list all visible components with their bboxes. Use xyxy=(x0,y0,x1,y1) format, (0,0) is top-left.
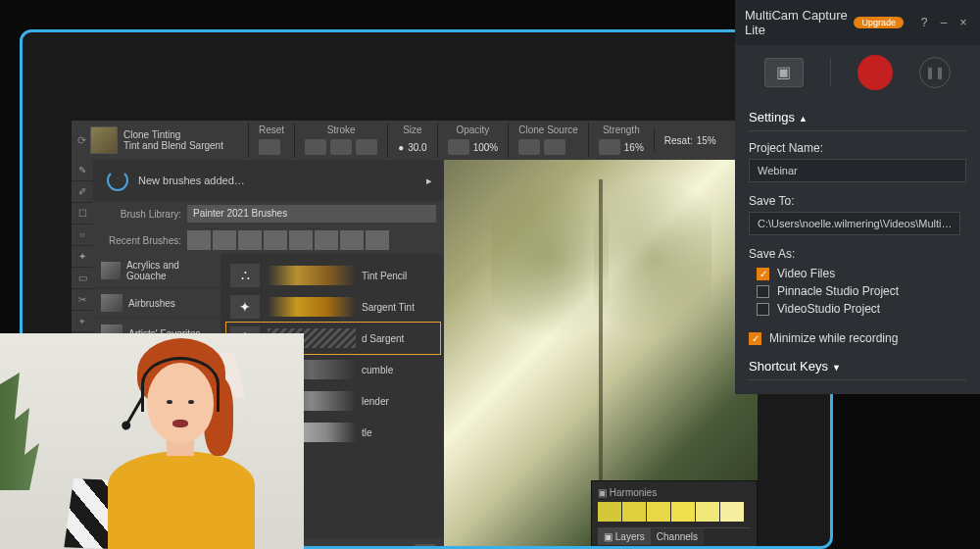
tab-channels[interactable]: Channels xyxy=(651,528,704,545)
stroke-icon-2[interactable] xyxy=(330,139,352,155)
save-as-label: Save As: xyxy=(749,247,966,261)
cat-thumb-icon xyxy=(101,294,122,312)
recent-brush-thumb[interactable] xyxy=(366,230,389,250)
recent-label: Recent Brushes: xyxy=(103,235,181,246)
resat-label: Resat: xyxy=(664,135,693,146)
recent-brush-thumb[interactable] xyxy=(238,230,262,250)
recent-brush-thumb[interactable] xyxy=(187,230,211,250)
project-name-label: Project Name: xyxy=(749,141,966,155)
tab-layers[interactable]: ▣ Layers xyxy=(598,528,651,545)
strength-value[interactable]: 16% xyxy=(624,142,644,153)
save-opt-videostudio[interactable]: VideoStudio Project xyxy=(749,300,966,318)
shortcut-keys-header[interactable]: Shortcut Keys▼ xyxy=(749,359,966,374)
save-opt-video[interactable]: ✓Video Files xyxy=(749,265,966,282)
tool-crop-icon[interactable]: ✂ xyxy=(72,289,93,311)
spinner-icon xyxy=(107,170,128,191)
multicam-panel: MultiCam Capture Lite Upgrade ? – × ▣ ❚❚… xyxy=(735,0,980,394)
save-opt-pinnacle[interactable]: Pinnacle Studio Project xyxy=(749,282,966,300)
brush-lib-select[interactable]: Painter 2021 Brushes xyxy=(187,205,436,223)
strength-label: Strength xyxy=(599,125,644,135)
color-swatch[interactable] xyxy=(671,502,695,522)
tool-dropper-icon[interactable]: ✎ xyxy=(72,160,93,181)
stroke-label: Stroke xyxy=(305,125,377,135)
cat-thumb-icon xyxy=(101,262,121,279)
tool-doc-icon[interactable]: ▭ xyxy=(72,268,93,289)
stroke-preview xyxy=(268,297,356,317)
project-name-input[interactable]: Webinar xyxy=(749,159,966,182)
pause-button[interactable]: ❚❚ xyxy=(919,57,951,88)
camera-icon[interactable]: ▣ xyxy=(764,58,804,87)
mic-icon xyxy=(124,396,144,427)
brush-item[interactable]: ✦Sargent Tint xyxy=(226,291,440,323)
painter-topbar: ⟳ Clone Tinting Tint and Blend Sargent R… xyxy=(72,121,758,160)
checkbox-checked-icon: ✓ xyxy=(749,332,761,345)
mcc-titlebar[interactable]: MultiCam Capture Lite Upgrade ? – × xyxy=(735,0,980,45)
tool-brush-icon[interactable]: ✐ xyxy=(72,181,93,203)
minimize-while-recording[interactable]: ✓Minimize while recording xyxy=(749,329,966,347)
recent-brush-thumb[interactable] xyxy=(213,230,236,250)
divider xyxy=(830,58,831,87)
brush-selector[interactable]: ⟳ Clone Tinting Tint and Blend Sargent xyxy=(72,126,248,154)
recent-brush-thumb[interactable] xyxy=(340,230,364,250)
tool-nav-icon[interactable]: ⌖ xyxy=(72,311,93,332)
record-button[interactable] xyxy=(858,55,893,90)
brush-category: Clone Tinting xyxy=(123,129,223,140)
brush-swatch-icon: ✦ xyxy=(230,295,260,319)
save-to-label: Save To: xyxy=(749,194,966,208)
plant-decor xyxy=(0,373,49,490)
brush-name: Tint and Blend Sargent xyxy=(123,140,223,151)
harmonies-header[interactable]: ▣ Harmonies xyxy=(598,487,751,498)
palette-dock: ▣ Harmonies ▣ Layers Channels xyxy=(591,480,758,549)
swatch-row xyxy=(598,502,751,522)
color-swatch[interactable] xyxy=(622,502,646,522)
opacity-label: Opacity xyxy=(448,125,499,135)
settings-header[interactable]: Settings▲ xyxy=(749,110,966,125)
new-brushes-text: New brushes added… xyxy=(138,175,426,186)
brush-cat-item[interactable]: Acrylics and Gouache xyxy=(93,254,220,288)
stroke-icon-1[interactable] xyxy=(305,139,326,155)
headset-icon xyxy=(141,357,220,412)
tool-select-icon[interactable]: ☐ xyxy=(72,203,93,225)
size-value[interactable]: 30.0 xyxy=(408,142,426,153)
compat-icon[interactable] xyxy=(415,544,436,549)
opacity-value[interactable]: 100% xyxy=(473,142,499,153)
size-label: Size xyxy=(398,125,427,135)
color-swatch[interactable] xyxy=(598,502,621,522)
clone-icon-2[interactable] xyxy=(544,139,565,155)
minimize-icon[interactable]: – xyxy=(937,16,951,29)
brush-thumb-icon xyxy=(90,126,118,154)
reset-label: Reset xyxy=(259,125,284,135)
checkbox-checked-icon: ✓ xyxy=(757,268,769,280)
size-dot-icon: ● xyxy=(398,142,404,153)
upgrade-button[interactable]: Upgrade xyxy=(854,17,904,28)
close-icon[interactable]: × xyxy=(956,16,970,29)
recent-brush-thumb[interactable] xyxy=(289,230,313,250)
brush-item[interactable]: ∴Tint Pencil xyxy=(226,260,440,291)
color-swatch[interactable] xyxy=(720,502,744,522)
color-swatch[interactable] xyxy=(647,502,670,522)
presenter xyxy=(98,343,265,549)
expand-arrow-icon: ▼ xyxy=(832,363,841,373)
tool-shape-icon[interactable]: ○ xyxy=(72,225,93,246)
mcc-title-text: MultiCam Capture Lite xyxy=(745,8,854,37)
save-path: C:\Users\noelle.wilmering\Videos\Multi… xyxy=(749,212,960,235)
opacity-icon xyxy=(448,139,469,155)
help-icon[interactable]: ? xyxy=(917,16,931,29)
recent-brush-thumb[interactable] xyxy=(315,230,338,250)
stroke-preview xyxy=(268,266,356,285)
strength-icon xyxy=(599,139,620,155)
divider xyxy=(749,130,966,131)
clone-label: Clone Source xyxy=(518,125,578,135)
play-icon[interactable]: ▸ xyxy=(426,175,432,187)
reset-icon[interactable] xyxy=(259,139,280,155)
resat-value[interactable]: 15% xyxy=(697,135,716,146)
stroke-icon-3[interactable] xyxy=(356,139,377,155)
checkbox-icon xyxy=(757,285,769,298)
recent-brush-thumb[interactable] xyxy=(264,230,287,250)
divider xyxy=(749,379,966,380)
color-swatch[interactable] xyxy=(696,502,719,522)
brush-cat-item[interactable]: Airbrushes xyxy=(93,288,220,319)
tool-sparkle-icon[interactable]: ✦ xyxy=(72,246,93,268)
webcam-overlay xyxy=(0,333,304,549)
clone-icon-1[interactable] xyxy=(518,139,540,155)
